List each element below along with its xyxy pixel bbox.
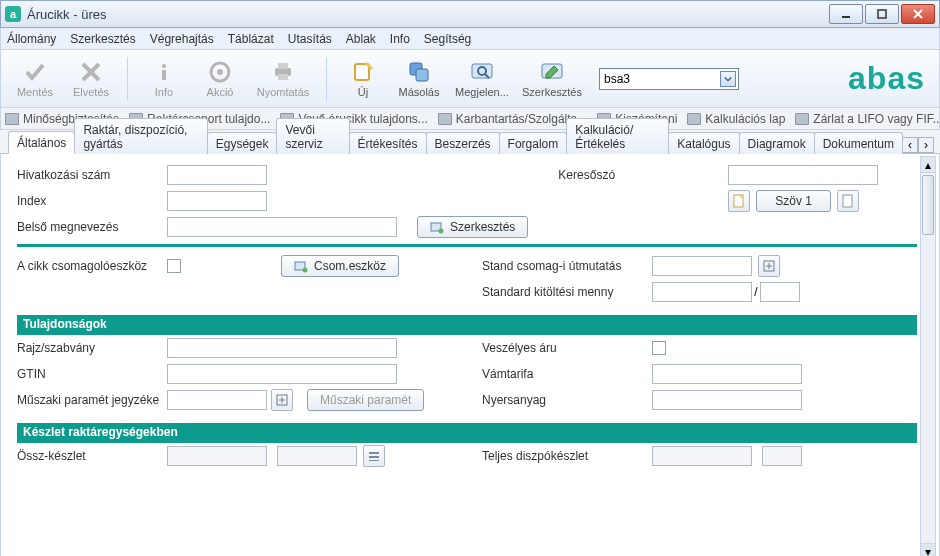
- label-total-dispo: Teljes diszpókészlet: [482, 449, 652, 463]
- field-inner-name[interactable]: [167, 217, 397, 237]
- pack-icon: [294, 259, 308, 273]
- label-std-fill: Standard kitöltési menny: [482, 285, 652, 299]
- tab-document[interactable]: Dokumentum: [814, 132, 903, 154]
- link-lifo[interactable]: Zárlat a LIFO vagy FIF...: [795, 112, 940, 126]
- tab-warehouse[interactable]: Raktár, diszpozíció, gyártás: [74, 118, 207, 154]
- menu-szerkesztes[interactable]: Szerkesztés: [70, 32, 135, 46]
- field-ref[interactable]: [167, 165, 267, 185]
- copy-button[interactable]: Másolás: [391, 53, 447, 105]
- lookup-tech-param[interactable]: [271, 389, 293, 411]
- checkbox-pack-tool[interactable]: [167, 259, 181, 273]
- doc-new-button[interactable]: [728, 190, 750, 212]
- action-button[interactable]: Akció: [192, 53, 248, 105]
- link-calc-sheet[interactable]: Kalkulációs lap: [687, 112, 785, 126]
- search-combo[interactable]: bsa3: [599, 68, 739, 90]
- svg-rect-21: [843, 195, 852, 207]
- new-button[interactable]: Új: [335, 53, 391, 105]
- menu-info[interactable]: Info: [390, 32, 410, 46]
- doc-button[interactable]: [837, 190, 859, 212]
- svg-rect-10: [278, 74, 288, 80]
- tab-customer-service[interactable]: Vevői szerviz: [276, 118, 349, 154]
- edit-small-icon: [430, 220, 444, 234]
- menubar: Állomány Szerkesztés Végrehajtás Tábláza…: [0, 28, 940, 50]
- stock-detail-button[interactable]: [363, 445, 385, 467]
- label-pack-tool: A cikk csomagolóeszköz: [17, 259, 167, 273]
- svg-point-19: [439, 229, 444, 234]
- tab-traffic[interactable]: Forgalom: [499, 132, 568, 154]
- printer-icon: [271, 60, 295, 84]
- menu-allomany[interactable]: Állomány: [7, 32, 56, 46]
- field-index[interactable]: [167, 191, 267, 211]
- pack-tool-button[interactable]: Csom.eszköz: [281, 255, 399, 277]
- field-std-fill-1[interactable]: [652, 282, 752, 302]
- show-button[interactable]: Megjelen...: [447, 53, 517, 105]
- field-total-dispo-unit: [762, 446, 802, 466]
- label-index: Index: [17, 194, 167, 208]
- print-button[interactable]: Nyomtatás: [248, 53, 318, 105]
- menu-segitseg[interactable]: Segítség: [424, 32, 471, 46]
- new-icon: [351, 60, 375, 84]
- svg-point-23: [303, 268, 308, 273]
- lookup-stand-pack[interactable]: [758, 255, 780, 277]
- svg-rect-13: [416, 69, 428, 81]
- field-raw[interactable]: [652, 390, 802, 410]
- field-search[interactable]: [728, 165, 878, 185]
- tab-diagrams[interactable]: Diagramok: [739, 132, 815, 154]
- maximize-button[interactable]: [865, 4, 899, 24]
- copy-icon: [407, 60, 431, 84]
- tab-scroll-right[interactable]: ›: [918, 137, 934, 153]
- window-title: Árucikk - üres: [27, 7, 829, 22]
- label-inner-name: Belső megnevezés: [17, 220, 167, 234]
- magnifier-icon: [470, 60, 494, 84]
- field-gtin[interactable]: [167, 364, 397, 384]
- label-total-stock: Össz-készlet: [17, 449, 167, 463]
- x-icon: [79, 60, 103, 84]
- edit-name-button[interactable]: Szerkesztés: [417, 216, 528, 238]
- section-stock: Készlet raktáregységekben: [17, 423, 917, 443]
- field-tariff[interactable]: [652, 364, 802, 384]
- field-draw[interactable]: [167, 338, 397, 358]
- label-search: Keresőszó: [558, 168, 728, 182]
- vertical-scrollbar[interactable]: ▴ ▾: [920, 156, 936, 556]
- discard-button[interactable]: Elvetés: [63, 53, 119, 105]
- action-icon: [208, 60, 232, 84]
- scroll-up-icon[interactable]: ▴: [921, 157, 935, 173]
- tab-catalog[interactable]: Katalógus: [668, 132, 739, 154]
- svg-rect-11: [355, 64, 369, 80]
- close-button[interactable]: [901, 4, 935, 24]
- save-button[interactable]: Mentés: [7, 53, 63, 105]
- info-button[interactable]: Info: [136, 53, 192, 105]
- tab-units[interactable]: Egységek: [207, 132, 278, 154]
- field-stand-pack[interactable]: [652, 256, 752, 276]
- field-std-fill-2[interactable]: [760, 282, 800, 302]
- svg-rect-9: [278, 63, 288, 69]
- tab-calculation[interactable]: Kalkuláció/Értékelés: [566, 118, 669, 154]
- tab-scroll-left[interactable]: ‹: [902, 137, 918, 153]
- label-tariff: Vámtarifa: [482, 367, 652, 381]
- menu-utasitas[interactable]: Utasítás: [288, 32, 332, 46]
- label-stand-pack: Stand csomag-i útmutatás: [482, 259, 652, 273]
- field-tech-param[interactable]: [167, 390, 267, 410]
- minimize-button[interactable]: [829, 4, 863, 24]
- scroll-down-icon[interactable]: ▾: [921, 543, 935, 556]
- chevron-down-icon[interactable]: [720, 71, 736, 87]
- info-icon: [152, 60, 176, 84]
- tech-param-button[interactable]: Műszaki paramét: [307, 389, 424, 411]
- slash: /: [752, 285, 760, 299]
- edit-button[interactable]: Szerkesztés: [517, 53, 587, 105]
- svg-point-4: [162, 64, 166, 68]
- tab-purchase[interactable]: Beszerzés: [426, 132, 500, 154]
- brand-logo: abas: [848, 60, 933, 97]
- label-tech-param: Műszaki paramét jegyzéke: [17, 393, 167, 407]
- scroll-thumb[interactable]: [922, 175, 934, 235]
- pencil-icon: [540, 60, 564, 84]
- menu-ablak[interactable]: Ablak: [346, 32, 376, 46]
- tab-sales[interactable]: Értékesítés: [349, 132, 427, 154]
- menu-vegrehajtas[interactable]: Végrehajtás: [150, 32, 214, 46]
- szov1-button[interactable]: Szöv 1: [756, 190, 831, 212]
- label-gtin: GTIN: [17, 367, 167, 381]
- link-maintenance[interactable]: Karbantartás/Szolgálta...: [438, 112, 587, 126]
- menu-tablazat[interactable]: Táblázat: [228, 32, 274, 46]
- tab-general[interactable]: Általános: [8, 131, 75, 154]
- checkbox-hazard[interactable]: [652, 341, 666, 355]
